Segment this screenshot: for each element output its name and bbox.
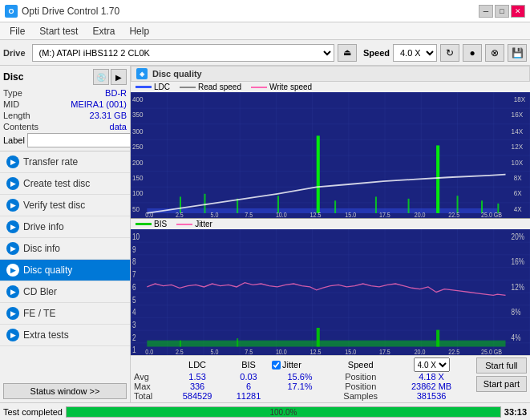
stats-max-ldc: 336 — [169, 382, 225, 391]
svg-text:9: 9 — [132, 245, 136, 254]
speed-select[interactable]: 4.0 X 2.0 X 8.0 X — [393, 44, 437, 62]
svg-rect-23 — [436, 145, 439, 213]
cd-bler-icon: ▶ — [6, 285, 19, 298]
extra-tests-icon: ▶ — [6, 329, 19, 341]
sidebar-item-drive-info[interactable]: ▶ Drive info — [0, 216, 130, 238]
start-part-button[interactable]: Start part — [476, 376, 527, 392]
chart1-svg: 400 350 300 250 200 150 100 50 18X 16X 1… — [131, 92, 530, 218]
start-full-button[interactable]: Start full — [476, 357, 527, 374]
svg-text:5.0: 5.0 — [211, 211, 219, 218]
svg-rect-30 — [408, 199, 410, 213]
svg-text:100: 100 — [132, 189, 144, 198]
svg-text:16X: 16X — [512, 111, 523, 119]
progress-text: 100.0% — [269, 407, 297, 418]
erase-button[interactable]: ⊗ — [485, 44, 504, 62]
svg-text:22.5: 22.5 — [448, 211, 459, 218]
stats-position-value: 23862 MB — [393, 382, 469, 391]
disc-info-icon: ▶ — [6, 242, 19, 255]
save-button[interactable]: 💾 — [508, 44, 527, 62]
drive-select[interactable]: (M:) ATAPI iHBS112 2 CL0K — [32, 44, 334, 62]
svg-text:10.0: 10.0 — [276, 211, 287, 218]
svg-rect-25 — [204, 194, 205, 213]
svg-text:7.5: 7.5 — [245, 211, 253, 218]
svg-text:2: 2 — [132, 333, 136, 342]
stats-avg-bis: 0.03 — [225, 372, 272, 382]
eject-button[interactable]: ⏏ — [338, 44, 357, 62]
menu-file[interactable]: File — [3, 24, 31, 38]
svg-text:22.5: 22.5 — [448, 348, 459, 355]
app-title: Opti Drive Control 1.70 — [22, 6, 119, 17]
svg-text:18X: 18X — [514, 95, 525, 103]
stats-avg-ldc: 1.53 — [169, 372, 225, 382]
svg-rect-22 — [317, 135, 320, 213]
sidebar-item-fe-te[interactable]: ▶ FE / TE — [0, 303, 130, 325]
disc-contents-field: Contents data — [3, 122, 127, 131]
sidebar-item-verify-test-disc[interactable]: ▶ Verify test disc — [0, 195, 130, 216]
disc-length-field: Length 23.31 GB — [3, 111, 127, 120]
speed-label: Speed — [363, 48, 390, 58]
refresh-button[interactable]: ↻ — [440, 44, 459, 62]
chart-title-icon: ◈ — [136, 68, 148, 79]
app-icon: O — [5, 5, 18, 18]
disc-label-input[interactable] — [27, 133, 131, 147]
sidebar-item-create-test-disc[interactable]: ▶ Create test disc — [0, 173, 130, 195]
disc-icon-button[interactable]: ● — [463, 44, 482, 62]
svg-text:4: 4 — [132, 308, 136, 317]
svg-text:10X: 10X — [512, 158, 523, 167]
stats-speed-select[interactable]: 4.0 X — [414, 357, 450, 372]
menu-start-test[interactable]: Start test — [33, 24, 84, 38]
maximize-button[interactable]: □ — [495, 5, 509, 18]
stats-speed-value: 4.18 X — [393, 372, 469, 382]
bottom-bar: Test completed 100.0% 33:13 — [0, 402, 530, 420]
svg-rect-26 — [237, 199, 238, 213]
svg-rect-69 — [237, 338, 238, 346]
svg-text:50: 50 — [132, 204, 140, 213]
svg-text:8%: 8% — [512, 308, 521, 317]
drive-label: Drive — [3, 48, 26, 58]
stats-samples-label: Samples — [328, 391, 393, 401]
svg-text:150: 150 — [132, 173, 144, 182]
svg-text:250: 250 — [132, 143, 144, 151]
status-window-button[interactable]: Status window >> — [3, 383, 127, 399]
svg-rect-65 — [147, 341, 505, 347]
disc-btn-2[interactable]: ▶ — [111, 69, 127, 85]
svg-text:5.0: 5.0 — [211, 348, 219, 355]
svg-text:12.5: 12.5 — [310, 211, 322, 218]
legend-bis: BIS — [136, 220, 167, 228]
svg-text:16%: 16% — [512, 258, 524, 267]
svg-text:12X: 12X — [512, 143, 523, 151]
sidebar-item-disc-quality[interactable]: ▶ Disc quality — [0, 260, 130, 281]
chart2-svg: 10 9 8 7 6 5 4 3 2 1 20% 16% 12% — [131, 229, 530, 355]
svg-text:17.5: 17.5 — [379, 211, 390, 218]
svg-text:300: 300 — [132, 127, 144, 135]
svg-text:2.5: 2.5 — [176, 348, 184, 355]
sidebar-item-transfer-rate[interactable]: ▶ Transfer rate — [0, 151, 130, 173]
svg-text:4%: 4% — [512, 333, 521, 342]
close-button[interactable]: ✕ — [511, 5, 525, 18]
disc-section-title: Disc — [3, 71, 23, 83]
legend-ldc: LDC — [136, 83, 170, 91]
stats-table: LDC BIS Jitter Speed 4.0 X — [134, 357, 470, 401]
svg-text:20.0: 20.0 — [415, 348, 426, 355]
sidebar-item-extra-tests[interactable]: ▶ Extra tests — [0, 325, 130, 346]
svg-text:20.0: 20.0 — [415, 211, 426, 218]
sidebar-item-disc-info[interactable]: ▶ Disc info — [0, 238, 130, 260]
disc-type-field: Type BD-R — [3, 88, 127, 98]
svg-text:15.0: 15.0 — [345, 348, 356, 355]
svg-text:6X: 6X — [514, 189, 522, 198]
menu-help[interactable]: Help — [123, 24, 156, 38]
menu-extra[interactable]: Extra — [86, 24, 121, 38]
svg-text:400: 400 — [132, 95, 144, 103]
svg-text:0.0: 0.0 — [145, 348, 153, 355]
svg-text:6: 6 — [132, 283, 136, 292]
stats-samples-value: 381536 — [393, 391, 469, 401]
stats-speed-label: Position — [328, 372, 393, 382]
svg-text:1: 1 — [132, 345, 136, 354]
sidebar-item-cd-bler[interactable]: ▶ CD Bler — [0, 281, 130, 303]
progress-container: 100.0% — [66, 406, 501, 418]
jitter-checkbox[interactable] — [272, 361, 281, 370]
sidebar: Disc 💿 ▶ Type BD-R MID MEIRA1 (001) Leng… — [0, 66, 131, 402]
minimize-button[interactable]: ─ — [479, 5, 493, 18]
disc-btn-1[interactable]: 💿 — [93, 69, 109, 85]
svg-rect-28 — [334, 200, 336, 213]
